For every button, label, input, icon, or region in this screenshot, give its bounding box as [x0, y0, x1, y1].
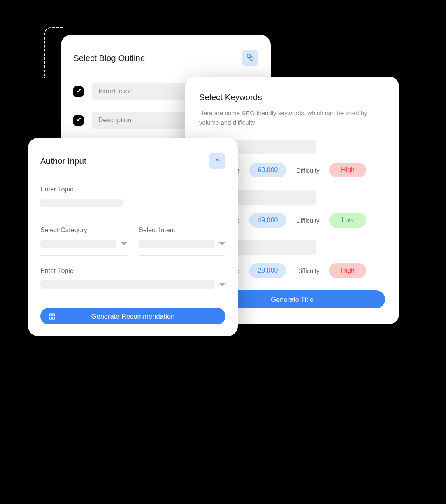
volume-pill: 49,000	[249, 213, 286, 228]
check-icon	[76, 88, 81, 95]
svg-rect-4	[49, 317, 51, 319]
decorative-dashed-border	[44, 27, 63, 78]
generate-recommendation-button[interactable]: Generate Recommendation	[40, 308, 225, 324]
difficulty-pill: Low	[329, 213, 366, 228]
outline-input-label: Description	[98, 117, 131, 124]
topic2-label: Enter Topic	[40, 267, 225, 275]
chevron-down-icon	[219, 283, 225, 286]
svg-rect-2	[49, 314, 51, 316]
generate-title-label: Generate Title	[271, 296, 314, 303]
swap-icon	[246, 53, 254, 63]
difficulty-label: Difficulty	[296, 267, 319, 274]
volume-pill: 29,000	[249, 263, 286, 278]
intent-select[interactable]	[139, 240, 225, 248]
difficulty-pill: High	[329, 263, 366, 278]
author-input-card: Author Input Enter Topic Select Category…	[28, 138, 238, 336]
generate-recommendation-label: Generate Recommendation	[91, 313, 175, 320]
volume-pill: 60,000	[249, 163, 286, 177]
grid-icon	[49, 313, 56, 320]
difficulty-pill: High	[329, 163, 366, 177]
category-value-placeholder	[40, 240, 116, 248]
outline-checkbox[interactable]	[73, 115, 84, 126]
outline-settings-button[interactable]	[242, 50, 258, 66]
topic-input[interactable]	[40, 199, 123, 207]
topic2-select[interactable]	[40, 280, 225, 289]
intent-value-placeholder	[139, 240, 215, 248]
author-input-title: Author Input	[40, 156, 86, 166]
outline-input-label: Introduction	[98, 88, 133, 95]
chevron-down-icon	[121, 242, 127, 245]
collapse-button[interactable]	[209, 153, 225, 169]
check-icon	[76, 117, 81, 124]
svg-point-0	[247, 54, 251, 58]
category-label: Select Category	[40, 226, 127, 234]
chevron-down-icon	[219, 242, 225, 245]
difficulty-label: Difficulty	[296, 217, 319, 224]
topic-label: Enter Topic	[40, 186, 225, 193]
svg-rect-5	[53, 317, 55, 319]
blog-outline-title: Select Blog Outline	[73, 53, 145, 63]
keywords-subtitle: Here are some SEO friendly keywords, whi…	[199, 109, 385, 127]
difficulty-label: Difficulty	[296, 167, 319, 174]
outline-checkbox[interactable]	[73, 86, 84, 97]
keywords-title: Select Keywords	[199, 92, 385, 102]
chevron-up-icon	[214, 156, 221, 166]
svg-point-1	[250, 57, 253, 60]
category-select[interactable]	[40, 240, 127, 248]
intent-label: Select Intent	[139, 226, 225, 234]
svg-rect-3	[53, 314, 55, 316]
topic2-value-placeholder	[40, 280, 215, 289]
